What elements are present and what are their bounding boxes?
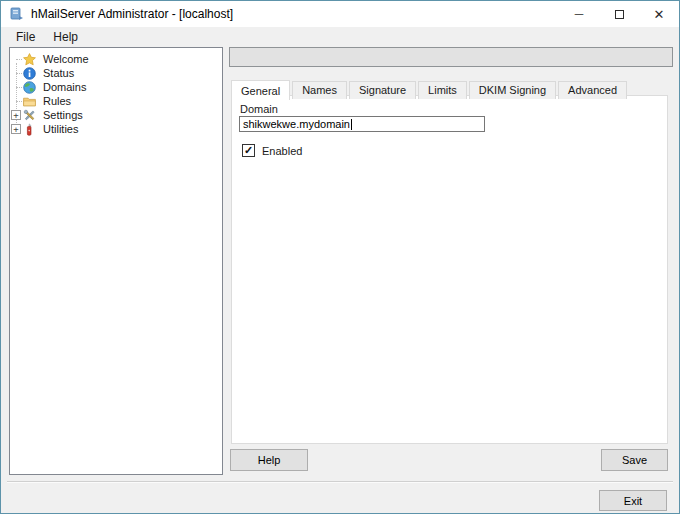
- window-controls: ─ ✕: [559, 1, 679, 27]
- tree-item-label: Settings: [41, 109, 85, 121]
- app-window: hMailServer Administrator - [localhost] …: [0, 0, 680, 514]
- maximize-button[interactable]: [599, 1, 639, 27]
- tools-icon: [23, 109, 36, 122]
- window-title: hMailServer Administrator - [localhost]: [31, 7, 233, 21]
- domain-input-value: shikwekwe.mydomain: [243, 118, 350, 130]
- tree-item-label: Welcome: [41, 53, 91, 65]
- tree-item-label: Utilities: [41, 123, 80, 135]
- tree-item-rules[interactable]: Rules: [10, 94, 222, 108]
- bottom-divider: [7, 481, 673, 482]
- menu-file[interactable]: File: [7, 28, 44, 46]
- menu-bar: File Help: [1, 27, 679, 47]
- tree-item-label: Domains: [41, 81, 88, 93]
- tree-item-settings[interactable]: + Settings: [10, 108, 222, 122]
- enabled-checkbox-row[interactable]: ✓ Enabled: [242, 144, 302, 157]
- close-icon: ✕: [654, 7, 665, 22]
- general-tab-page: Domain shikwekwe.mydomain ✓ Enabled: [231, 95, 668, 444]
- tab-strip: General Names Signature Limits DKIM Sign…: [231, 79, 629, 99]
- save-button[interactable]: Save: [601, 449, 668, 471]
- folder-icon: [23, 95, 36, 108]
- tab-advanced[interactable]: Advanced: [558, 81, 627, 99]
- panel-header-bar: [229, 47, 673, 67]
- enabled-checkbox[interactable]: ✓: [242, 144, 255, 157]
- tree-item-label: Status: [41, 67, 76, 79]
- domain-label: Domain: [240, 103, 278, 115]
- exit-button[interactable]: Exit: [599, 490, 667, 511]
- tree-item-welcome[interactable]: Welcome: [10, 52, 222, 66]
- tree-item-label: Rules: [41, 95, 73, 107]
- tab-signature[interactable]: Signature: [349, 81, 416, 99]
- tab-names[interactable]: Names: [292, 81, 347, 99]
- text-caret: [351, 119, 352, 130]
- maximize-icon: [615, 10, 624, 19]
- minimize-icon: ─: [575, 7, 584, 21]
- title-bar: hMailServer Administrator - [localhost] …: [1, 1, 679, 27]
- enabled-label: Enabled: [262, 145, 302, 157]
- globe-icon: [23, 81, 36, 94]
- navigation-tree: Welcome Status Domains Rules: [9, 47, 223, 475]
- knife-icon: [23, 123, 36, 136]
- tree-item-status[interactable]: Status: [10, 66, 222, 80]
- app-icon: [9, 7, 25, 21]
- tab-general[interactable]: General: [231, 80, 290, 100]
- tab-limits[interactable]: Limits: [418, 81, 467, 99]
- star-icon: [23, 53, 36, 66]
- expand-icon[interactable]: +: [11, 110, 21, 120]
- expand-icon[interactable]: +: [11, 124, 21, 134]
- tab-dkim-signing[interactable]: DKIM Signing: [469, 81, 556, 99]
- domain-input[interactable]: shikwekwe.mydomain: [239, 116, 485, 132]
- close-button[interactable]: ✕: [639, 1, 679, 27]
- menu-help[interactable]: Help: [44, 28, 87, 46]
- tree-item-utilities[interactable]: + Utilities: [10, 122, 222, 136]
- minimize-button[interactable]: ─: [559, 1, 599, 27]
- help-button[interactable]: Help: [230, 449, 308, 471]
- info-icon: [23, 67, 36, 80]
- tree-item-domains[interactable]: Domains: [10, 80, 222, 94]
